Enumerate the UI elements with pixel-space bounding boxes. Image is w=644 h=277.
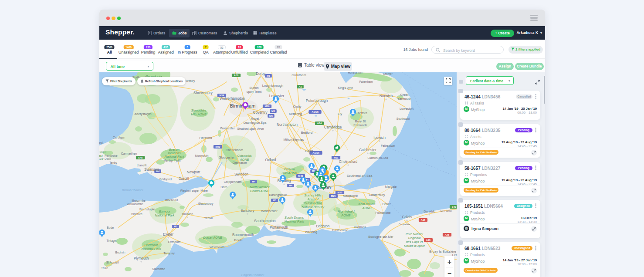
- svg-text:Brighton: Brighton: [316, 224, 330, 228]
- svg-text:Oxford: Oxford: [265, 158, 276, 162]
- svg-text:M50: M50: [216, 145, 220, 148]
- svg-text:Dunkirk: Dunkirk: [424, 209, 435, 213]
- svg-text:Portsmouth: Portsmouth: [270, 225, 288, 230]
- svg-text:Cardigan: Cardigan: [113, 136, 125, 139]
- svg-text:Worcester: Worcester: [220, 126, 235, 130]
- svg-text:Barnstaple: Barnstaple: [139, 207, 155, 211]
- svg-text:Minehead: Minehead: [165, 199, 178, 202]
- svg-text:upon Trent: upon Trent: [247, 90, 261, 94]
- svg-text:Glastonbury: Glastonbury: [198, 202, 214, 206]
- svg-text:M3: M3: [273, 199, 276, 202]
- svg-text:E40: E40: [452, 206, 456, 208]
- svg-text:St Austell: St Austell: [106, 261, 119, 264]
- svg-text:Derby: Derby: [256, 72, 266, 76]
- svg-text:South Downs: South Downs: [285, 216, 304, 220]
- svg-text:Downs AONB: Downs AONB: [250, 189, 269, 193]
- svg-text:Ipswich: Ipswich: [373, 135, 386, 140]
- svg-text:Great: Great: [400, 93, 409, 97]
- svg-text:M4: M4: [252, 180, 256, 183]
- svg-text:Bury St: Bury St: [355, 119, 366, 123]
- svg-text:Norwich: Norwich: [380, 94, 393, 98]
- svg-text:Colchester: Colchester: [359, 148, 376, 152]
- svg-text:Corby: Corby: [293, 105, 302, 108]
- svg-text:M20: M20: [338, 191, 342, 194]
- svg-text:Maidstone: Maidstone: [343, 194, 358, 198]
- svg-text:Grantham: Grantham: [291, 73, 306, 77]
- svg-text:Shrewsbury: Shrewsbury: [193, 91, 213, 95]
- svg-text:M11: M11: [334, 156, 339, 159]
- svg-text:National Park: National Park: [164, 155, 184, 159]
- svg-text:Lowestoft: Lowestoft: [400, 107, 414, 111]
- svg-text:English Channel: English Channel: [241, 273, 264, 277]
- svg-text:Natural Beauty: Natural Beauty: [302, 205, 325, 209]
- svg-text:M1: M1: [267, 74, 270, 77]
- svg-text:Bath: Bath: [220, 185, 227, 189]
- svg-text:North Wessex: North Wessex: [250, 185, 269, 189]
- svg-text:Marais d'Opale: Marais d'Opale: [404, 244, 425, 248]
- svg-text:Margate: Margate: [385, 185, 397, 189]
- svg-text:De Panne: De Panne: [441, 209, 452, 212]
- svg-text:des Caps et: des Caps et: [406, 240, 423, 244]
- svg-text:Bude: Bude: [107, 226, 114, 229]
- svg-text:Winchester: Winchester: [261, 209, 278, 213]
- svg-text:Hereford: Hereford: [199, 136, 212, 140]
- svg-text:Edmunds: Edmunds: [353, 123, 367, 127]
- svg-text:Tintagel: Tintagel: [107, 239, 117, 243]
- svg-text:Kettering: Kettering: [289, 112, 302, 116]
- svg-text:Tenby: Tenby: [109, 161, 117, 165]
- svg-text:Chelmsford: Chelmsford: [339, 159, 358, 164]
- svg-text:Parc Naturel: Parc Naturel: [406, 232, 423, 236]
- svg-text:Wolverhampton: Wolverhampton: [220, 96, 245, 101]
- svg-text:Weston-super-Mare: Weston-super-Mare: [180, 189, 207, 193]
- svg-text:Worthing: Worthing: [305, 230, 318, 234]
- svg-text:National Park: National Park: [155, 213, 175, 217]
- svg-text:M6: M6: [269, 115, 273, 117]
- svg-text:Area of: Area of: [307, 197, 319, 201]
- svg-text:Boulogne-sur-Mer: Boulogne-sur-Mer: [368, 235, 393, 239]
- svg-text:Weymouth: Weymouth: [210, 245, 224, 249]
- svg-text:A1(M): A1(M): [312, 111, 319, 113]
- svg-text:Monmouth: Monmouth: [195, 154, 209, 157]
- svg-text:Coventry: Coventry: [253, 110, 268, 115]
- svg-text:Llanelli: Llanelli: [137, 163, 147, 167]
- svg-text:Kent Downs: Kent Downs: [359, 202, 376, 206]
- svg-text:Dock: Dock: [105, 157, 112, 160]
- svg-text:A16: A16: [421, 219, 425, 221]
- svg-text:Carmarthen: Carmarthen: [121, 152, 137, 155]
- svg-text:Exmoor: Exmoor: [159, 209, 170, 213]
- svg-text:Leamington Spa: Leamington Spa: [244, 121, 266, 125]
- svg-text:A26: A26: [426, 239, 430, 241]
- svg-text:Bournemouth: Bournemouth: [232, 233, 254, 237]
- svg-text:Southampton: Southampton: [254, 219, 276, 223]
- svg-text:AONB: AONB: [240, 158, 249, 162]
- svg-text:Dorset AONB: Dorset AONB: [203, 236, 222, 240]
- svg-text:M5: M5: [174, 225, 177, 228]
- svg-text:Yarmouth: Yarmouth: [397, 97, 411, 101]
- svg-text:Taunton: Taunton: [182, 212, 193, 216]
- svg-text:Burton: Burton: [249, 86, 258, 90]
- svg-text:Shropshire: Shropshire: [191, 108, 207, 112]
- svg-text:Fishguard: Fishguard: [99, 141, 103, 145]
- svg-text:Dartmoor: Dartmoor: [144, 243, 158, 247]
- svg-text:Clacton-on-Sea: Clacton-on-Sea: [367, 156, 388, 159]
- svg-text:AONB: AONB: [362, 206, 372, 210]
- svg-text:Hastings: Hastings: [354, 225, 366, 229]
- svg-text:Canterbury: Canterbury: [369, 193, 385, 197]
- svg-text:National Park: National Park: [284, 220, 304, 223]
- svg-text:Cardiff: Cardiff: [179, 176, 190, 181]
- svg-text:Swindon: Swindon: [234, 172, 248, 176]
- svg-text:Bridgend: Bridgend: [159, 178, 172, 181]
- svg-text:Aberystwyth: Aberystwyth: [134, 112, 151, 116]
- svg-text:Dover: Dover: [382, 202, 391, 206]
- svg-text:Hunstanton: Hunstanton: [348, 72, 363, 74]
- svg-text:Cheltenham: Cheltenham: [226, 148, 243, 152]
- svg-text:Stratford-upon-Avon: Stratford-upon-Avon: [237, 127, 264, 131]
- svg-text:Felixstowe: Felixstowe: [381, 144, 395, 147]
- svg-text:National Park: National Park: [141, 247, 161, 251]
- svg-text:Bristol Channel: Bristol Channel: [122, 188, 143, 192]
- svg-text:Pembroke: Pembroke: [105, 154, 118, 157]
- svg-text:National Park: National Park: [99, 157, 104, 161]
- svg-text:A50: A50: [234, 74, 238, 77]
- svg-text:M4: M4: [289, 184, 293, 187]
- svg-text:Woolacombe: Woolacombe: [127, 203, 143, 206]
